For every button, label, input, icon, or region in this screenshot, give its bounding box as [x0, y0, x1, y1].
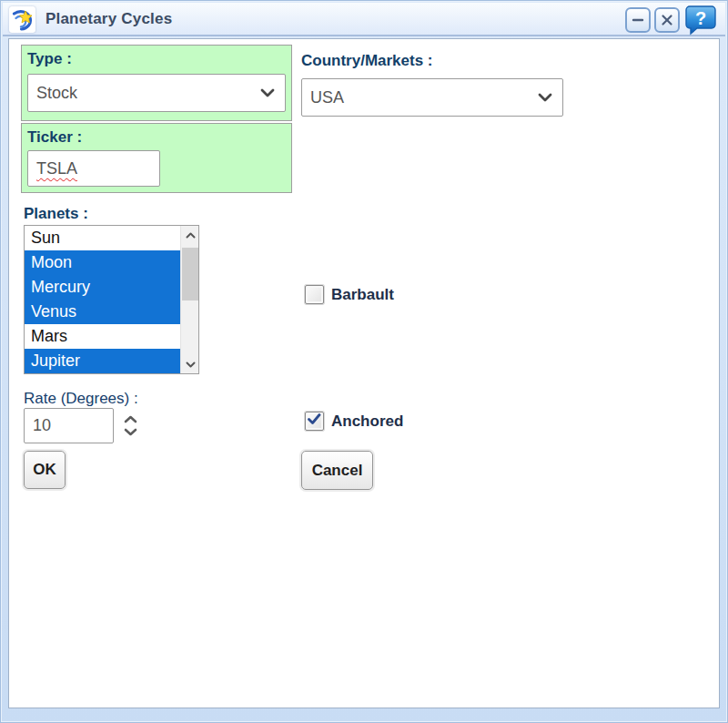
window-title: Planetary Cycles: [46, 10, 172, 28]
type-section: Type : Stock: [21, 45, 292, 121]
barbault-checkbox[interactable]: [305, 285, 324, 304]
scroll-up-icon[interactable]: [181, 226, 199, 244]
title-bar[interactable]: Planetary Cycles: [3, 3, 725, 36]
scrollbar-thumb[interactable]: [182, 248, 198, 300]
minimize-icon: [632, 14, 644, 26]
rate-input[interactable]: [24, 408, 114, 443]
anchored-checkbox[interactable]: [305, 412, 324, 431]
anchored-label: Anchored: [331, 412, 403, 431]
list-item[interactable]: Venus: [25, 300, 180, 324]
list-item[interactable]: Moon: [25, 250, 180, 275]
help-button[interactable]: ?: [684, 5, 717, 36]
ticker-label: Ticker :: [27, 128, 82, 146]
spinner-down-icon[interactable]: [124, 428, 137, 436]
planets-label: Planets :: [24, 205, 88, 223]
dialog-window: Planetary Cycles: [0, 0, 728, 723]
country-select[interactable]: USA: [301, 78, 563, 117]
list-item[interactable]: Mars: [25, 324, 180, 349]
rate-label: Rate (Degrees) :: [24, 390, 138, 408]
country-select-value: USA: [310, 88, 344, 107]
list-item[interactable]: Jupiter: [25, 349, 180, 373]
app-logo-icon: [9, 6, 35, 33]
ok-button[interactable]: OK: [24, 451, 66, 489]
help-icon: ?: [684, 5, 717, 36]
ticker-input[interactable]: TSLA: [27, 150, 160, 187]
close-icon: [661, 14, 673, 26]
rate-spinner: [124, 408, 137, 443]
dialog-content: Type : Stock Ticker : TSLA Country/Marke…: [8, 38, 720, 708]
chevron-down-icon: [260, 85, 275, 101]
type-select-value: Stock: [36, 84, 77, 103]
checkmark-icon: [308, 412, 321, 429]
minimize-button[interactable]: [625, 7, 651, 33]
svg-text:?: ?: [695, 8, 706, 28]
spinner-up-icon[interactable]: [124, 415, 137, 423]
chevron-down-icon: [538, 89, 552, 106]
anchored-checkbox-row[interactable]: Anchored: [305, 412, 403, 431]
ticker-section: Ticker : TSLA: [21, 123, 292, 193]
list-item[interactable]: Mercury: [25, 275, 180, 300]
barbault-label: Barbault: [331, 286, 394, 304]
cancel-button[interactable]: Cancel: [301, 451, 373, 490]
close-button[interactable]: [654, 7, 680, 33]
planets-listbox-items: SunMoonMercuryVenusMarsJupiter: [25, 226, 180, 373]
barbault-checkbox-row[interactable]: Barbault: [305, 285, 394, 304]
country-label: Country/Markets :: [301, 52, 433, 70]
listbox-scrollbar[interactable]: [180, 226, 198, 373]
type-select[interactable]: Stock: [27, 74, 286, 112]
planets-listbox[interactable]: SunMoonMercuryVenusMarsJupiter: [24, 225, 199, 374]
ticker-input-value: TSLA: [36, 159, 77, 178]
type-label: Type :: [27, 50, 72, 67]
scroll-down-icon[interactable]: [181, 355, 199, 373]
list-item[interactable]: Sun: [25, 226, 180, 250]
